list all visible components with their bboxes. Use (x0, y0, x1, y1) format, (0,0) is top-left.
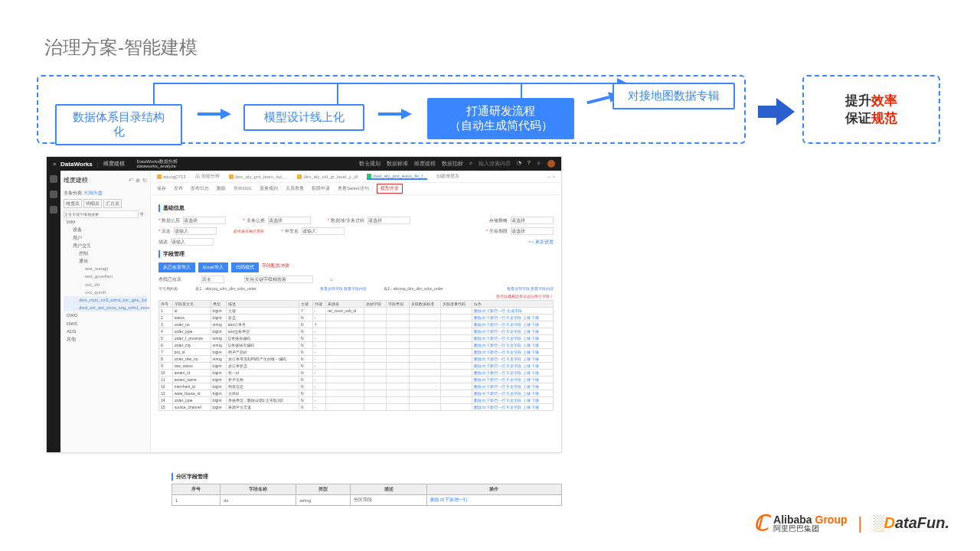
op-delete[interactable]: 删除 (217, 185, 226, 192)
op-perm[interactable]: 权限申请 (312, 185, 330, 192)
tree-ads[interactable]: ADS (64, 328, 147, 335)
row-ops[interactable]: 删除 向下新增一行 X.全字段 上移 下移 (472, 377, 553, 383)
op-select[interactable]: 查看Select语句 (338, 185, 369, 192)
tab-4[interactable]: dwd_aly_prd_team_fin_f... (367, 174, 426, 180)
help-icon[interactable]: ? (528, 160, 531, 168)
new-icon[interactable]: ⊕ (136, 176, 140, 185)
form-area: 基础信息 *数据公层请选择 *业务公类请选择 *数据域/业务过程请选择 存储策略… (151, 195, 561, 416)
btn-code-mode[interactable]: 代码模式 (231, 262, 259, 272)
filter-search[interactable]: 支持关键字模糊搜索 (244, 276, 313, 283)
btn-import-excel[interactable]: Excel导入 (198, 262, 228, 272)
flow-step-3: 打通研发流程 （自动生成简代码） (427, 98, 574, 139)
f-store[interactable]: 请选择 (511, 217, 554, 224)
search-icon[interactable]: ⌕ (469, 160, 472, 168)
more-settings[interactable]: >> 更多设置 (528, 239, 554, 246)
side-tab-2[interactable]: 明细表 (83, 199, 102, 208)
left-rail (47, 171, 60, 452)
tree-leaf-3[interactable]: xxx_dh (64, 281, 147, 289)
op-save[interactable]: 保存 (157, 185, 166, 192)
op-ddl[interactable]: 导出DDL (234, 185, 252, 192)
top-link-2[interactable]: 数据标准 (387, 160, 408, 168)
row-ops[interactable]: 删除 向下新增一行 X.全字段 上移 下移 (472, 370, 553, 377)
f-datadomain[interactable]: 请选择 (183, 217, 226, 224)
row-ops[interactable]: 删除 向下新增一行 X.全字段 上移 下移 (472, 328, 553, 335)
rail-icon-3[interactable] (50, 206, 57, 214)
row-ops[interactable]: 删除 向下新增一行 X.全字段 上移 下移 (472, 383, 553, 390)
refresh-icon[interactable]: ↻ (142, 176, 147, 185)
tree-dim[interactable]: DIM (64, 218, 147, 226)
op-model-dev[interactable]: 模型开发 (377, 184, 403, 194)
tree-leaf-1[interactable]: test_wangji (64, 265, 147, 272)
tree-title: 维度建模 (64, 175, 88, 186)
row-ops[interactable]: 删除 向下新增一行 X.全字段 上移 下移 (472, 342, 553, 349)
avatar[interactable] (547, 160, 555, 168)
settings-icon[interactable]: ☼ (537, 160, 541, 168)
ref-t2-links[interactable]: 查看全部字段 查看字段内容 (507, 286, 554, 291)
btn-import-table[interactable]: 从已有表导入 (158, 262, 195, 272)
f-desc-l: 描述 (158, 240, 168, 244)
f-proc[interactable]: 请选择 (368, 217, 410, 224)
side-tab-3[interactable]: 汇总表 (103, 199, 122, 208)
row-ops[interactable]: 删除 向下新增一行 生成字段 (472, 308, 553, 315)
tree-active-1[interactable]: dws_myn_xx3_szhd_szr_grts_1d (64, 296, 147, 304)
filter-type[interactable]: 表名 (201, 276, 224, 283)
row-ops[interactable]: 删除 向下新增一行 X.全字段 上移 下移 (472, 335, 553, 342)
row-ops[interactable]: 删除 向下新增一行 X.全字段 上移 下移 (472, 315, 553, 321)
flow-top-line (153, 83, 628, 84)
tab-3[interactable]: dim_aly_cid_gr_level_y_df (297, 174, 358, 179)
op-publog[interactable]: 发布日志 (191, 185, 209, 192)
tab-2[interactable]: dws_aly_prd_team_kpi_... (229, 174, 289, 179)
ref-t1-links[interactable]: 查看全部字段 查看字段内容 (320, 286, 367, 291)
datafun-logo: ░DataFun. (873, 514, 949, 532)
result-2-red: 规范 (871, 111, 897, 126)
tree-leaf-2[interactable]: test_guochen (64, 272, 147, 280)
tree-temp[interactable]: 其他 (64, 335, 147, 343)
tabs-more-icon[interactable]: ⋯ > (547, 174, 555, 179)
filter-label: 查找已有表 (158, 276, 181, 283)
tab-5[interactable]: 创建维度表 (436, 173, 459, 180)
top-link-1[interactable]: 数仓规划 (359, 160, 381, 168)
op-publish[interactable]: 发布 (174, 185, 183, 192)
row-ops[interactable]: 删除 向下新增一行 X.全字段 上移 下移 (472, 356, 553, 363)
rail-icon-2[interactable] (50, 191, 57, 198)
row-ops[interactable]: 删除 向下新增一行 X.全字段 上移 下移 (472, 349, 553, 356)
search-btn-icon[interactable]: ⌕ (330, 277, 333, 282)
row-ops[interactable]: 删除 向下新增一行 X.全字段 上移 下移 (472, 321, 553, 328)
f-tname[interactable]: 请输入 (174, 227, 217, 235)
tree-ui-c1[interactable]: 控制 (64, 249, 147, 257)
f-life[interactable]: 请选择 (511, 227, 554, 235)
bell-icon[interactable]: ◔ (517, 160, 521, 168)
tree-dim-c2[interactable]: 用户 (64, 234, 147, 242)
filter-icon[interactable]: ⚲ (139, 212, 143, 217)
big-arrow-icon (758, 98, 795, 126)
top-link-4[interactable]: 数据指标 (442, 160, 463, 168)
f-desc[interactable]: 请输入 (171, 238, 214, 246)
undo-icon[interactable]: ↶ (129, 176, 133, 185)
p-ops[interactable]: 删除 向下新增一行 (426, 495, 561, 506)
btn-conflict[interactable]: 字段配置冲突 (262, 262, 289, 272)
tree-ui-c2[interactable]: 通信 (64, 257, 147, 265)
f-biz[interactable]: 请选择 (268, 217, 311, 224)
tree-dim-c1[interactable]: 设备 (64, 226, 147, 233)
tab-1[interactable]: 品智能分析 (195, 173, 220, 180)
row-ops[interactable]: 删除 向下新增一行 X.全字段 上移 下移 (472, 363, 553, 370)
row-ops[interactable]: 删除 向下新增一行 X.全字段 上移 下移 (472, 397, 553, 404)
tree-dwd[interactable]: DWD (64, 311, 147, 319)
tab-0[interactable]: aitong0713 (157, 174, 186, 179)
tree-search[interactable] (64, 210, 139, 218)
rail-icon-1[interactable] (50, 175, 57, 183)
side-tab-1[interactable]: 维度表 (64, 199, 82, 208)
top-link-3[interactable]: 维度建模 (414, 160, 436, 168)
row-ops[interactable]: 删除 向下新增一行 X.全字段 上移 下移 (472, 404, 553, 411)
tree-active-2[interactable]: dwd_szl_ast_zcxx_szg_szhd_zcxxx (64, 304, 147, 311)
tree-leaf-4[interactable]: xxx_qumh (64, 289, 147, 296)
op-relation[interactable]: 关系查看 (286, 185, 304, 192)
tree-dws[interactable]: DWS (64, 320, 147, 328)
f-cn[interactable]: 请输入 (302, 227, 345, 235)
tree-user-inter[interactable]: 用户交互 (64, 242, 147, 249)
search-placeholder[interactable]: 输入搜索内容 (479, 160, 511, 168)
op-quality[interactable]: 质量规则 (260, 185, 278, 192)
menu-icon[interactable]: ≡ (53, 161, 56, 167)
row-ops[interactable]: 删除 向下新增一行 X.全字段 上移 下移 (472, 390, 553, 397)
view-value[interactable]: 大淘/大盘 (83, 191, 103, 195)
